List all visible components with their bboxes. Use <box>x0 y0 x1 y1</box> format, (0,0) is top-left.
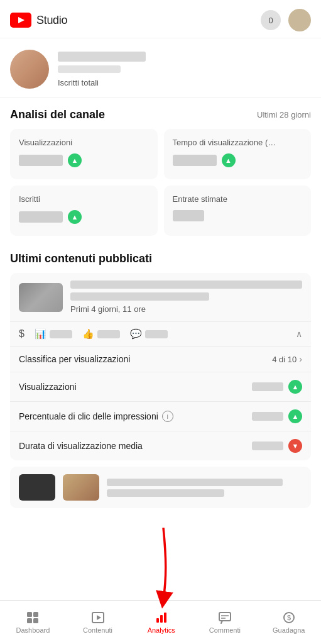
stat-value-row-subscribers: ▲ <box>19 210 149 224</box>
ranking-right: 4 di 10 › <box>272 354 302 364</box>
svg-rect-12 <box>219 613 231 621</box>
nav-label-contenuti: Contenuti <box>83 626 112 634</box>
nav-label-dashboard: Dashboard <box>16 626 50 634</box>
nav-label-guadagna: Guadagna <box>273 626 305 634</box>
published-title: Ultimi contenuti pubblicati <box>10 252 152 265</box>
analytics-icon <box>155 611 168 625</box>
metric-label-ctr: Percentuale di clic delle impressioni i <box>19 411 173 422</box>
published-card: Primi 4 giorni, 11 ore $ 📊 👍 💬 ∧ <box>10 273 311 460</box>
views-icon-stat: 📊 <box>35 328 72 340</box>
metric-value-duration <box>252 441 283 450</box>
trend-up-metric-views: ▲ <box>288 380 302 394</box>
trend-down-metric-duration: ▼ <box>288 439 302 453</box>
stat-card-watchtime[interactable]: Tempo di visualizzazione (… ▲ <box>164 129 312 179</box>
bar-chart-icon: 📊 <box>35 328 46 340</box>
peek-info <box>107 479 302 497</box>
metric-views-text: Visualizzazioni <box>19 382 77 392</box>
comment-icon: 💬 <box>130 328 142 340</box>
trend-up-watchtime: ▲ <box>222 153 236 167</box>
channel-name <box>58 52 146 62</box>
peek-thumb-1 <box>19 474 55 501</box>
channel-avatar[interactable] <box>10 50 49 89</box>
peek-card[interactable] <box>10 467 311 508</box>
youtube-icon <box>10 13 31 28</box>
video-thumbnail <box>19 283 63 312</box>
thumbs-up-icon: 👍 <box>82 328 94 340</box>
notification-badge[interactable]: 0 <box>261 10 281 30</box>
nav-item-guadagna[interactable]: $ Guadagna <box>266 607 311 638</box>
channel-section: Iscritti totali <box>0 38 321 98</box>
ranking-label: Classifica per visualizzazioni <box>19 354 130 364</box>
ranking-row[interactable]: Classifica per visualizzazioni 4 di 10 › <box>10 347 311 372</box>
published-header: Ultimi contenuti pubblicati <box>10 252 311 265</box>
video-info: Primi 4 giorni, 11 ore <box>70 280 302 314</box>
info-icon-ctr[interactable]: i <box>162 411 173 422</box>
published-section: Ultimi contenuti pubblicati Primi 4 gior… <box>0 242 321 460</box>
svg-rect-9 <box>156 618 159 623</box>
stat-card-views[interactable]: Visualizzazioni ▲ <box>10 129 158 179</box>
stat-card-subscribers[interactable]: Iscritti ▲ <box>10 186 158 236</box>
svg-rect-5 <box>27 618 32 623</box>
metric-row-ctr: Percentuale di clic delle impressioni i … <box>10 402 311 431</box>
trend-up-metric-ctr: ▲ <box>288 409 302 423</box>
analytics-header: Analisi del canale Ultimi 28 giorni <box>10 108 311 121</box>
peek-thumb-2 <box>63 474 99 501</box>
comments-icon-stat: 💬 <box>130 328 168 340</box>
header-actions: 0 <box>261 9 311 31</box>
nav-item-commenti[interactable]: Commenti <box>203 607 247 638</box>
video-title-blur-2 <box>70 292 209 301</box>
metric-ctr-text: Percentuale di clic delle impressioni <box>19 411 158 421</box>
analytics-period: Ultimi 28 giorni <box>257 110 311 119</box>
stat-value-blur-revenue <box>173 210 204 221</box>
nav-label-analytics: Analytics <box>148 626 175 634</box>
analytics-title: Analisi del canale <box>10 108 105 121</box>
svg-rect-3 <box>27 612 32 617</box>
metric-right-views: ▲ <box>252 380 302 394</box>
nav-item-dashboard[interactable]: Dashboard <box>10 607 57 638</box>
dollar-icon: $ <box>19 328 24 340</box>
metric-duration-text: Durata di visualizzazione media <box>19 441 143 451</box>
collapse-icon[interactable]: ∧ <box>296 329 302 339</box>
user-avatar[interactable] <box>288 9 311 31</box>
likes-stat-value <box>97 330 120 338</box>
dashboard-icon <box>26 611 40 625</box>
metric-label-views: Visualizzazioni <box>19 382 77 392</box>
video-stats-row: $ 📊 👍 💬 ∧ <box>10 322 311 347</box>
trend-up-views: ▲ <box>68 153 82 167</box>
chevron-right-icon: › <box>299 354 302 364</box>
stat-label-views: Visualizzazioni <box>19 138 149 147</box>
trend-up-subscribers: ▲ <box>68 210 82 224</box>
commenti-icon <box>218 611 232 625</box>
subscribers-label: Iscritti totali <box>58 78 146 87</box>
peek-section <box>0 467 321 558</box>
stat-value-blur-subscribers <box>19 211 63 223</box>
stat-label-watchtime: Tempo di visualizzazione (… <box>173 138 303 147</box>
peek-blur-2 <box>107 489 224 497</box>
svg-rect-6 <box>33 618 38 623</box>
ranking-value: 4 di 10 <box>272 355 297 364</box>
nav-label-commenti: Commenti <box>209 626 241 634</box>
stats-grid: Visualizzazioni ▲ Tempo di visualizzazio… <box>10 129 311 236</box>
logo: Studio <box>10 13 67 28</box>
peek-blur-1 <box>107 479 283 486</box>
stat-card-revenue[interactable]: Entrate stimate <box>164 186 312 236</box>
metric-row-views: Visualizzazioni ▲ <box>10 372 311 402</box>
channel-info: Iscritti totali <box>58 52 146 87</box>
views-stat-value <box>50 330 72 338</box>
video-header[interactable]: Primi 4 giorni, 11 ore <box>10 273 311 322</box>
nav-item-analytics[interactable]: Analytics <box>139 607 183 638</box>
revenue-icon-stat: $ <box>19 328 24 340</box>
stat-value-row-revenue <box>173 210 303 221</box>
metric-right-ctr: ▲ <box>252 409 302 423</box>
nav-item-contenuti[interactable]: Contenuti <box>76 607 120 638</box>
metric-row-duration: Durata di visualizzazione media ▼ <box>10 431 311 460</box>
stat-value-row-views: ▲ <box>19 153 149 167</box>
stat-label-revenue: Entrate stimate <box>173 194 303 204</box>
stat-value-blur-watchtime <box>173 155 217 166</box>
metric-right-duration: ▼ <box>252 439 302 453</box>
metric-value-views <box>252 382 283 391</box>
channel-handle <box>58 65 121 73</box>
svg-rect-4 <box>33 612 38 617</box>
analytics-section: Analisi del canale Ultimi 28 giorni Visu… <box>0 98 321 236</box>
metric-value-ctr <box>252 412 283 421</box>
